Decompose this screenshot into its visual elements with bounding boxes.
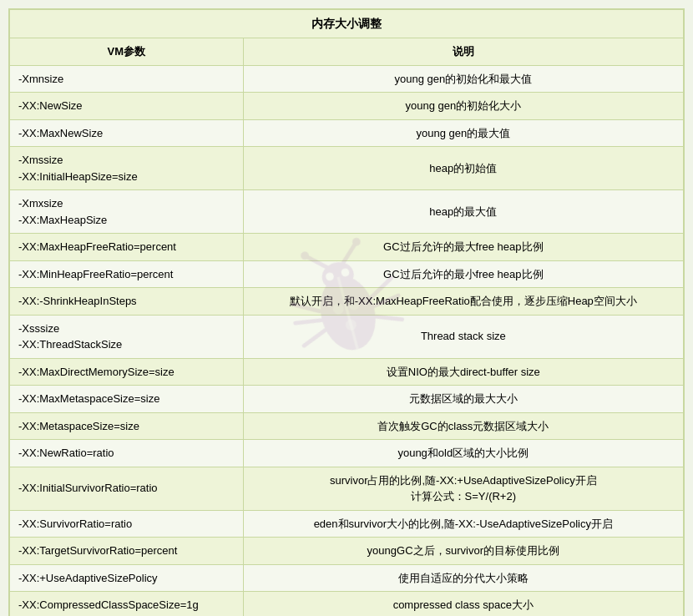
desc-cell: GC过后允许的最小free heap比例 <box>243 260 683 288</box>
desc-cell: 元数据区域的最大大小 <box>243 386 683 413</box>
param-cell: -XX:MetaspaceSize=size <box>10 412 244 440</box>
table-row: -XX:MetaspaceSize=size首次触发GC的class元数据区域大… <box>10 412 684 440</box>
desc-cell: compressed class space大小 <box>243 592 683 617</box>
desc-cell: young gen的最大值 <box>243 119 683 147</box>
header-row: VM参数 说明 <box>10 38 684 66</box>
col-header-desc: 说明 <box>243 38 683 66</box>
desc-cell: 首次触发GC的class元数据区域大小 <box>243 412 683 440</box>
desc-cell: young gen的初始化和最大值 <box>243 65 683 93</box>
table-row: -XX:-ShrinkHeapInSteps默认开启，和-XX:MaxHeapF… <box>10 288 684 316</box>
table-row: -XX:CompressedClassSpaceSize=1gcompresse… <box>10 592 684 617</box>
param-cell: -XX:MaxMetaspaceSize=size <box>10 386 244 413</box>
table-row: -XX:TargetSurvivorRatio=percentyoungGC之后… <box>10 538 684 565</box>
param-cell: -Xmnsize <box>10 65 244 93</box>
desc-cell: 设置NIO的最大direct-buffer size <box>243 358 683 386</box>
table-row: -XX:NewRatio=ratioyoung和old区域的大小比例 <box>10 440 684 467</box>
desc-cell: 使用自适应的分代大小策略 <box>243 564 683 592</box>
desc-cell: 默认开启，和-XX:MaxHeapFreeRatio配合使用，逐步压缩Heap空… <box>243 288 683 316</box>
param-cell: -XX:NewRatio=ratio <box>10 440 244 467</box>
desc-cell: heap的初始值 <box>243 147 683 190</box>
table-row: -Xsssize -XX:ThreadStackSizeThread stack… <box>10 315 684 358</box>
table-row: -XX:InitialSurvivorRatio=ratiosurvivor占用… <box>10 467 684 510</box>
desc-cell: GC过后允许的最大free heap比例 <box>243 234 683 261</box>
desc-cell: youngGC之后，survivor的目标使用比例 <box>243 538 683 565</box>
table-row: -Xmnsizeyoung gen的初始化和最大值 <box>10 65 684 93</box>
desc-cell: Thread stack size <box>243 315 683 358</box>
desc-cell: survivor占用的比例,随-XX:+UseAdaptiveSizePolic… <box>243 467 683 510</box>
title-row: 内存大小调整 <box>10 10 684 38</box>
param-cell: -XX:MaxDirectMemorySize=size <box>10 358 244 386</box>
table-row: -XX:MaxHeapFreeRatio=percentGC过后允许的最大fre… <box>10 234 684 261</box>
desc-cell: young gen的初始化大小 <box>243 93 683 120</box>
param-cell: -XX:CompressedClassSpaceSize=1g <box>10 592 244 617</box>
param-cell: -XX:NewSize <box>10 93 244 120</box>
param-cell: -Xmxsize -XX:MaxHeapSize <box>10 190 244 234</box>
param-cell: -Xmssize -XX:InitialHeapSize=size <box>10 147 244 190</box>
desc-cell: young和old区域的大小比例 <box>243 440 683 467</box>
memory-table-wrapper: 内存大小调整 VM参数 说明 -Xmnsizeyoung gen的初始化和最大值… <box>8 8 685 616</box>
col-header-param: VM参数 <box>10 38 244 66</box>
table-title: 内存大小调整 <box>10 10 684 38</box>
table-row: -XX:MinHeapFreeRatio=percentGC过后允许的最小fre… <box>10 260 684 288</box>
table-row: -XX:SurvivorRatio=ratioeden和survivor大小的比… <box>10 510 684 538</box>
table-row: -XX:NewSizeyoung gen的初始化大小 <box>10 93 684 120</box>
param-cell: -XX:MaxNewSize <box>10 119 244 147</box>
table-row: -Xmssize -XX:InitialHeapSize=sizeheap的初始… <box>10 147 684 190</box>
param-cell: -Xsssize -XX:ThreadStackSize <box>10 315 244 358</box>
desc-cell: heap的最大值 <box>243 190 683 234</box>
table-row: -XX:MaxNewSizeyoung gen的最大值 <box>10 119 684 147</box>
desc-cell: eden和survivor大小的比例,随-XX:-UseAdaptiveSize… <box>243 510 683 538</box>
memory-table: 内存大小调整 VM参数 说明 -Xmnsizeyoung gen的初始化和最大值… <box>9 9 684 616</box>
table-row: -XX:MaxMetaspaceSize=size元数据区域的最大大小 <box>10 386 684 413</box>
param-cell: -XX:InitialSurvivorRatio=ratio <box>10 467 244 510</box>
table-row: -XX:MaxDirectMemorySize=size设置NIO的最大dire… <box>10 358 684 386</box>
param-cell: -XX:MaxHeapFreeRatio=percent <box>10 234 244 261</box>
param-cell: -XX:+UseAdaptiveSizePolicy <box>10 564 244 592</box>
param-cell: -XX:SurvivorRatio=ratio <box>10 510 244 538</box>
param-cell: -XX:-ShrinkHeapInSteps <box>10 288 244 316</box>
param-cell: -XX:TargetSurvivorRatio=percent <box>10 538 244 565</box>
param-cell: -XX:MinHeapFreeRatio=percent <box>10 260 244 288</box>
table-row: -Xmxsize -XX:MaxHeapSizeheap的最大值 <box>10 190 684 234</box>
table-row: -XX:+UseAdaptiveSizePolicy使用自适应的分代大小策略 <box>10 564 684 592</box>
